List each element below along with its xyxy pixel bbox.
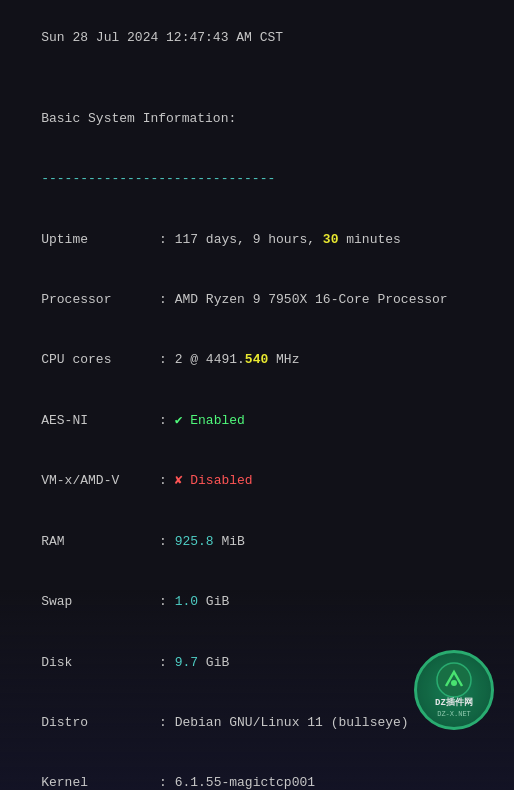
field-ram: RAM : 925.8 MiB — [10, 512, 504, 572]
basic-info-title: Basic System Information: — [10, 89, 504, 149]
field-kernel: Kernel : 6.1.55-magictcp001 — [10, 753, 504, 790]
field-swap: Swap : 1.0 GiB — [10, 572, 504, 632]
field-processor: Processor : AMD Ryzen 9 7950X 16-Core Pr… — [10, 270, 504, 330]
watermark-logo-icon — [436, 662, 472, 698]
datetime-line: Sun 28 Jul 2024 12:47:43 AM CST — [10, 8, 504, 68]
watermark-text: DZ插件网 — [435, 698, 473, 710]
watermark: DZ插件网 DZ-X.NET — [414, 650, 494, 730]
watermark-subtext: DZ-X.NET — [437, 710, 471, 718]
field-aes-ni: AES-NI : ✔ Enabled — [10, 391, 504, 451]
svg-point-1 — [451, 680, 457, 686]
datetime: Sun 28 Jul 2024 12:47:43 AM CST — [41, 30, 283, 45]
field-cpu-cores: CPU cores : 2 @ 4491.540 MHz — [10, 330, 504, 390]
blank-1 — [10, 68, 504, 88]
basic-info-sep: ------------------------------ — [10, 149, 504, 209]
field-vmx: VM-x/AMD-V : ✘ Disabled — [10, 451, 504, 511]
field-uptime: Uptime : 117 days, 9 hours, 30 minutes — [10, 209, 504, 269]
